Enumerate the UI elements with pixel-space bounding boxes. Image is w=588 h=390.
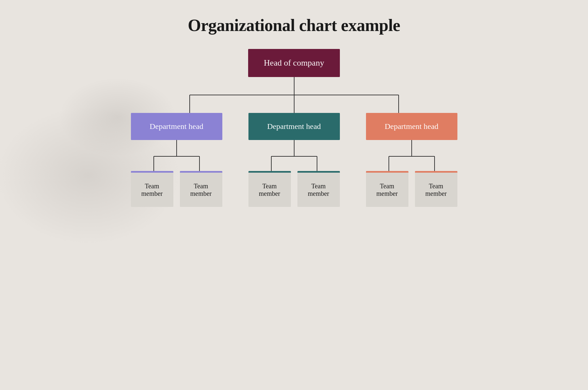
- dept-node-1: Department head: [131, 113, 222, 140]
- team-node-2-1: Teammember: [248, 171, 291, 207]
- dept1-branch-svg: [131, 156, 222, 171]
- dept1-team-row: Teammember Teammember: [131, 171, 222, 207]
- page-title: Organizational chart example: [0, 0, 588, 35]
- team-node-2-2: Teammember: [297, 171, 340, 207]
- branch-lines-svg: [141, 95, 448, 113]
- dept-node-3: Department head: [366, 113, 457, 140]
- dept-col-3: Department head Teammember Teammember: [366, 113, 457, 207]
- dept3-branch-svg: [366, 156, 457, 171]
- dept2-v-connector: [294, 140, 294, 156]
- org-chart: Head of company Department head: [0, 49, 588, 207]
- dept2-branch-svg: [248, 156, 340, 171]
- team-node-3-1: Teammember: [366, 171, 408, 207]
- head-connector: [294, 77, 294, 95]
- dept3-v-connector: [411, 140, 412, 156]
- dept3-team-row: Teammember Teammember: [366, 171, 457, 207]
- level2-row: Department head Teammember Teammember De…: [131, 113, 457, 207]
- dept1-v-connector: [176, 140, 177, 156]
- dept-col-2: Department head Teammember Teammember: [248, 113, 340, 207]
- level1-row: Head of company: [248, 49, 340, 77]
- head-node: Head of company: [248, 49, 340, 77]
- dept-col-1: Department head Teammember Teammember: [131, 113, 222, 207]
- dept-node-2: Department head: [248, 113, 340, 140]
- dept2-team-row: Teammember Teammember: [248, 171, 340, 207]
- team-node-1-1: Teammember: [131, 171, 173, 207]
- team-node-3-2: Teammember: [415, 171, 457, 207]
- team-node-1-2: Teammember: [180, 171, 222, 207]
